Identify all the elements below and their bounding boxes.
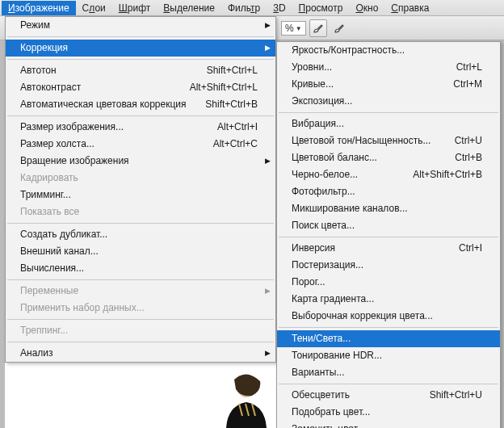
adjustments-menu-item[interactable]: Экспозиция...: [277, 93, 500, 110]
brush-tool-icon[interactable]: [309, 19, 327, 37]
submenu-arrow-icon: ▶: [265, 285, 271, 297]
adjustments-menu-item[interactable]: Кривые...Ctrl+M: [277, 76, 500, 93]
adjustments-menu-item[interactable]: Порог...: [277, 274, 500, 291]
menu-item-shortcut: Alt+Shift+Ctrl+L: [190, 82, 258, 94]
menubar-item-7[interactable]: Окно: [349, 1, 384, 15]
menu-item-label: Переменные: [20, 285, 78, 297]
menu-item-label: Создать дубликат...: [20, 229, 107, 241]
menu-item-label: Внешний канал...: [20, 245, 99, 258]
brush-alt-icon[interactable]: [330, 19, 348, 37]
image-menu-item[interactable]: Коррекция▶: [6, 40, 275, 57]
adjustments-menu-item[interactable]: Тонирование HDR...: [277, 347, 500, 364]
menu-item-label: Применить набор данных...: [20, 302, 145, 314]
menu-item-label: Автотон: [20, 65, 57, 77]
canvas-area: [5, 355, 276, 428]
image-menu-item[interactable]: Вращение изображения▶: [6, 153, 275, 170]
menu-separator: [7, 36, 274, 37]
image-menu-item[interactable]: Размер изображения...Alt+Ctrl+I: [6, 119, 275, 136]
adjustments-menu-item[interactable]: Варианты...: [277, 364, 500, 381]
adjustments-menu-item[interactable]: Тени/Света...: [277, 330, 500, 347]
menubar-item-6[interactable]: Просмотр: [292, 1, 350, 15]
menu-item-shortcut: Shift+Ctrl+U: [430, 389, 482, 401]
image-menu-item[interactable]: Внешний канал...: [6, 243, 275, 260]
image-menu-item[interactable]: Автоматическая цветовая коррекцияShift+C…: [6, 96, 275, 113]
menu-item-label: Подобрать цвет...: [292, 406, 370, 418]
menu-item-shortcut: Alt+Ctrl+I: [217, 121, 258, 133]
menu-item-label: Выборочная коррекция цвета...: [292, 310, 433, 322]
image-menu-item[interactable]: Создать дубликат...: [6, 226, 275, 243]
menu-item-label: Вращение изображения: [20, 155, 129, 167]
menu-separator: [7, 342, 274, 342]
menubar-item-4[interactable]: Фильтр: [221, 1, 267, 15]
menu-separator: [7, 59, 274, 60]
adjustments-menu-item[interactable]: Вибрация...: [277, 115, 500, 132]
menu-item-label: Черно-белое...: [292, 169, 358, 181]
menu-item-label: Микширование каналов...: [292, 203, 408, 215]
menu-item-shortcut: Alt+Shift+Ctrl+B: [413, 169, 482, 181]
menu-item-label: Экспозиция...: [292, 95, 352, 107]
menu-separator: [7, 115, 274, 116]
photo-thumbnail: [202, 371, 275, 428]
chevron-down-icon: ▼: [296, 25, 302, 32]
image-menu-item[interactable]: Тримминг...: [6, 187, 275, 204]
adjustments-menu-item[interactable]: Яркость/Контрастность...: [277, 42, 500, 59]
adjustments-menu-item[interactable]: ОбесцветитьShift+Ctrl+U: [277, 387, 500, 404]
menu-item-shortcut: Ctrl+I: [459, 242, 482, 254]
image-menu-item: Применить набор данных...: [6, 300, 275, 317]
adjustments-menu-item[interactable]: Подобрать цвет...: [277, 404, 500, 421]
image-menu-item[interactable]: АвтоконтрастAlt+Shift+Ctrl+L: [6, 79, 275, 96]
menu-item-label: Варианты...: [292, 367, 344, 379]
menu-item-label: Тени/Света...: [292, 333, 351, 345]
image-menu-dropdown: Режим▶Коррекция▶АвтотонShift+Ctrl+LАвток…: [5, 16, 276, 363]
menu-item-label: Режим: [20, 19, 50, 31]
adjustments-menu-item[interactable]: Заменить цвет...: [277, 421, 500, 428]
zoom-field[interactable]: % ▼: [281, 21, 306, 36]
image-menu-item: Кадрировать: [6, 170, 275, 187]
image-menu-item[interactable]: АвтотонShift+Ctrl+L: [6, 62, 275, 79]
menubar: ИзображениеСлоиШрифтВыделениеФильтр3DПро…: [0, 0, 504, 16]
menubar-item-2[interactable]: Шрифт: [112, 1, 157, 15]
menu-separator: [7, 319, 274, 320]
submenu-arrow-icon: ▶: [265, 155, 271, 167]
submenu-arrow-icon: ▶: [265, 42, 271, 54]
adjustments-menu-item[interactable]: Карта градиента...: [277, 291, 500, 308]
adjustments-menu-item[interactable]: ИнверсияCtrl+I: [277, 240, 500, 257]
adjustments-menu-item[interactable]: Микширование каналов...: [277, 200, 500, 217]
zoom-pct-label: %: [285, 23, 294, 34]
adjustments-menu-item[interactable]: Выборочная коррекция цвета...: [277, 308, 500, 325]
menu-item-shortcut: Ctrl+M: [453, 78, 482, 90]
adjustments-menu-item[interactable]: Поиск цвета...: [277, 217, 500, 234]
image-menu-item[interactable]: Режим▶: [6, 17, 275, 34]
menu-item-label: Уровни...: [292, 61, 332, 73]
menu-separator: [279, 112, 498, 113]
menu-item-label: Цветовой тон/Насыщенность...: [292, 135, 430, 147]
image-menu-item[interactable]: Размер холста...Alt+Ctrl+C: [6, 136, 275, 153]
adjustments-menu-item[interactable]: Фотофильтр...: [277, 183, 500, 200]
image-menu-item[interactable]: Вычисления...: [6, 260, 275, 277]
menu-item-label: Цветовой баланс...: [292, 152, 377, 164]
menu-item-label: Порог...: [292, 276, 326, 288]
menu-item-shortcut: Ctrl+L: [456, 61, 482, 73]
menubar-item-8[interactable]: Справка: [384, 1, 435, 15]
menu-item-label: Кадрировать: [20, 172, 78, 184]
menu-item-label: Обесцветить: [292, 389, 350, 401]
adjustments-menu-item[interactable]: Цветовой тон/Насыщенность...Ctrl+U: [277, 132, 500, 149]
menubar-item-1[interactable]: Слои: [76, 1, 112, 15]
menu-item-label: Кривые...: [292, 78, 334, 90]
menu-separator: [7, 223, 274, 224]
image-menu-item: Треппинг...: [6, 322, 275, 339]
menubar-item-3[interactable]: Выделение: [157, 1, 221, 15]
adjustments-menu-item[interactable]: Черно-белое...Alt+Shift+Ctrl+B: [277, 166, 500, 183]
menu-item-label: Размер холста...: [20, 138, 94, 150]
menu-item-label: Карта градиента...: [292, 293, 374, 305]
adjustments-menu-item[interactable]: Цветовой баланс...Ctrl+B: [277, 149, 500, 166]
menubar-item-5[interactable]: 3D: [267, 1, 292, 15]
menu-item-label: Вычисления...: [20, 262, 84, 275]
image-menu-item[interactable]: Анализ▶: [6, 345, 275, 362]
menu-item-shortcut: Ctrl+B: [455, 152, 482, 164]
adjustments-menu-item[interactable]: Уровни...Ctrl+L: [277, 59, 500, 76]
image-menu-item: Показать все: [6, 204, 275, 220]
menubar-item-0[interactable]: Изображение: [2, 1, 76, 15]
menu-item-label: Яркость/Контрастность...: [292, 44, 405, 57]
adjustments-menu-item[interactable]: Постеризация...: [277, 257, 500, 274]
